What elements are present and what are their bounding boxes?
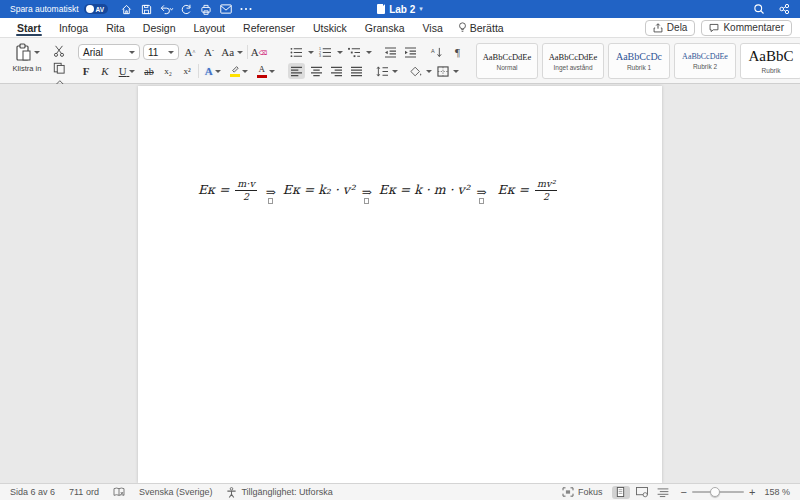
tab-granska[interactable]: Granska	[356, 18, 414, 37]
bold-button[interactable]: F	[78, 63, 94, 79]
home-icon[interactable]	[120, 3, 133, 16]
mail-icon[interactable]	[220, 3, 233, 16]
focus-label: Fokus	[578, 487, 603, 497]
tab-visa[interactable]: Visa	[414, 18, 452, 37]
underline-button[interactable]: U	[116, 63, 138, 79]
shrink-font-button[interactable]: Aˇ	[201, 44, 217, 60]
font-color-button[interactable]: A	[254, 63, 278, 79]
tab-utskick[interactable]: Utskick	[304, 18, 356, 37]
shading-button[interactable]	[409, 63, 433, 79]
equation-text: Eκ = k₂ · v²	[283, 182, 355, 197]
subscript-button[interactable]: x₂	[160, 63, 176, 79]
style-no-spacing[interactable]: AaBbCcDdEe Inget avstånd	[542, 43, 604, 79]
tab-start[interactable]: Start	[8, 18, 50, 37]
italic-button[interactable]: K	[97, 63, 113, 79]
paste-button[interactable]: Klistra in	[6, 41, 48, 73]
superscript-button[interactable]: x²	[179, 63, 195, 79]
undo-icon[interactable]	[160, 3, 173, 16]
style-heading-2[interactable]: AaBbCcDdEe Rubrik 2	[674, 43, 736, 79]
zoom-knob[interactable]	[710, 487, 720, 497]
equation-text: Eκ = k · m · v²	[379, 182, 470, 197]
clear-formatting-button[interactable]: A⌫	[251, 44, 267, 60]
zoom-out-button[interactable]: −	[681, 487, 687, 497]
share-icon[interactable]	[777, 3, 790, 16]
multilevel-list-button[interactable]	[346, 44, 363, 60]
font-size-select[interactable]: 11	[143, 44, 179, 60]
highlight-button[interactable]	[227, 63, 251, 79]
show-formatting-marks-button[interactable]: ¶	[449, 44, 466, 60]
style-normal[interactable]: AaBbCcDdEe Normal	[476, 43, 538, 79]
bullet-list-button[interactable]	[288, 44, 305, 60]
clipboard-icon	[15, 43, 32, 62]
share-document-button[interactable]: Dela	[645, 20, 696, 36]
page-count[interactable]: Sida 6 av 6	[10, 487, 55, 497]
font-size-value: 11	[148, 47, 164, 58]
outline-view-button[interactable]	[654, 486, 672, 499]
decrease-indent-button[interactable]	[382, 44, 399, 60]
style-title[interactable]: AaBbC Rubrik	[740, 43, 800, 79]
copy-icon[interactable]	[52, 61, 66, 75]
tell-me-button[interactable]: Berätta	[452, 22, 510, 34]
proofing-status-icon[interactable]	[113, 487, 125, 497]
focus-mode-button[interactable]: Fokus	[562, 487, 603, 497]
style-name: Normal	[497, 64, 518, 71]
style-sample: AaBbC	[749, 48, 794, 65]
tab-layout[interactable]: Layout	[185, 18, 235, 37]
redo-icon[interactable]	[180, 3, 193, 16]
multilevel-list-dropdown-icon	[366, 51, 372, 54]
style-heading-1[interactable]: AaBbCcDc Rubrik 1	[608, 43, 670, 79]
share-arrow-icon	[653, 23, 663, 33]
focus-icon	[562, 487, 574, 497]
document-canvas[interactable]: Eκ = m·v2⇒Eκ = k₂ · v²⇒Eκ = k · m · v²⇒ …	[0, 84, 800, 483]
borders-button[interactable]	[436, 63, 460, 79]
cut-icon[interactable]	[52, 44, 66, 58]
line-spacing-button[interactable]	[375, 63, 399, 79]
zoom-slider[interactable]: − +	[681, 487, 756, 497]
document-title[interactable]: Lab 2	[389, 4, 415, 15]
increase-indent-button[interactable]	[402, 44, 419, 60]
tab-infoga[interactable]: Infoga	[50, 18, 97, 37]
style-sample: AaBbCcDdEe	[549, 52, 598, 62]
align-center-button[interactable]	[308, 63, 325, 79]
align-right-button[interactable]	[328, 63, 345, 79]
align-left-button[interactable]	[288, 63, 305, 79]
toggle-knob	[86, 5, 94, 13]
font-color-dropdown-icon	[269, 70, 275, 73]
comment-icon	[709, 23, 719, 33]
change-case-button[interactable]: Aa	[220, 44, 244, 60]
comments-button[interactable]: Kommentarer	[701, 20, 792, 36]
save-icon[interactable]	[140, 3, 153, 16]
print-icon[interactable]	[200, 3, 213, 16]
zoom-in-button[interactable]: +	[749, 487, 755, 497]
autosave-toggle[interactable]: AV	[84, 4, 108, 14]
language-status[interactable]: Svenska (Sverige)	[139, 487, 213, 497]
style-sample: AaBbCcDdEe	[483, 52, 532, 62]
print-layout-view-button[interactable]	[612, 486, 630, 499]
zoom-track[interactable]	[692, 491, 744, 493]
justify-button[interactable]	[348, 63, 365, 79]
equation-text: Eκ =	[198, 182, 233, 197]
document-page[interactable]: Eκ = m·v2⇒Eκ = k₂ · v²⇒Eκ = k · m · v²⇒ …	[138, 86, 662, 483]
equation-line[interactable]: Eκ = m·v2⇒Eκ = k₂ · v²⇒Eκ = k · m · v²⇒ …	[198, 178, 662, 201]
word-app-window: Spara automatiskt AV	[0, 0, 800, 500]
text-effects-glyph: A	[205, 65, 213, 77]
equation-fraction: mv²2	[535, 179, 557, 202]
zoom-level[interactable]: 158 %	[764, 487, 790, 497]
accessibility-status[interactable]: Tillgänglighet: Utforska	[226, 487, 332, 498]
web-layout-view-button[interactable]	[633, 486, 651, 499]
tab-rita[interactable]: Rita	[97, 18, 134, 37]
word-count[interactable]: 711 ord	[69, 487, 99, 497]
grow-font-button[interactable]: A^	[182, 44, 198, 60]
sort-button[interactable]: A	[429, 44, 446, 60]
font-name-select[interactable]: Arial	[78, 44, 140, 60]
tab-referenser[interactable]: Referenser	[234, 18, 304, 37]
font-size-dropdown-icon	[168, 51, 174, 54]
svg-text:A: A	[431, 47, 435, 53]
more-icon[interactable]	[240, 3, 253, 16]
clear-formatting-glyph: A	[251, 46, 259, 58]
search-icon[interactable]	[752, 3, 765, 16]
strikethrough-button[interactable]: ab	[141, 63, 157, 79]
numbered-list-button[interactable]: 123	[317, 44, 334, 60]
tab-design[interactable]: Design	[134, 18, 185, 37]
text-effects-button[interactable]: A	[202, 63, 224, 79]
